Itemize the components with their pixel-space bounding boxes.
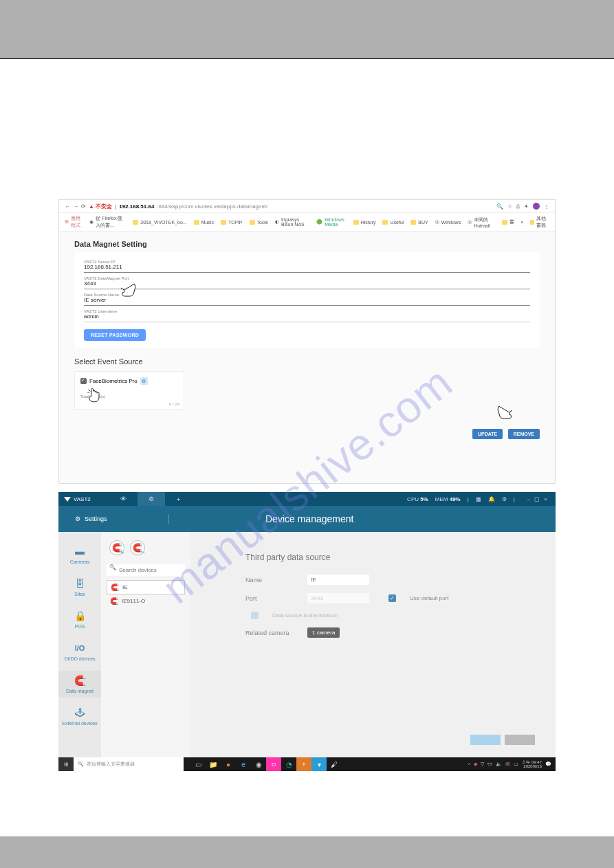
shield-icon[interactable]: 🛡 xyxy=(487,762,492,767)
source-checkbox[interactable] xyxy=(80,378,87,384)
add-tab[interactable]: ＋ xyxy=(165,492,193,506)
ie-icon[interactable]: e xyxy=(236,757,251,771)
url-host[interactable]: 192.168.51.64 xyxy=(119,203,154,210)
camera-pill[interactable]: 1 camera xyxy=(307,627,340,638)
nav-sites[interactable]: 🗄 Sites xyxy=(58,574,101,601)
bookmark-item[interactable]: ◐ Ingrasys Bison NAS xyxy=(275,217,309,227)
taskbar-search[interactable]: 🔍 在這裡輸入文字來搜尋 xyxy=(74,757,184,771)
explorer-icon[interactable]: 📁 xyxy=(206,757,221,771)
nav-label: External devices xyxy=(62,721,97,726)
taskbar-apps: ▭ 📁 ● e ◉ O ◔ T ▾ 🖌 xyxy=(190,757,342,771)
name-input[interactable] xyxy=(307,575,369,585)
avatar[interactable] xyxy=(533,203,540,210)
back-icon[interactable]: ← xyxy=(65,203,70,210)
bookmark-item[interactable]: BUY xyxy=(410,220,428,225)
default-port-checkbox[interactable]: ✓ xyxy=(388,594,396,602)
maximize-icon[interactable]: ▢ xyxy=(534,496,540,502)
settings-label[interactable]: Settings xyxy=(85,515,107,522)
url-path[interactable]: :8443/app/com.vivotek.vastapps.datamagne… xyxy=(157,203,267,210)
outlook-icon[interactable]: O xyxy=(266,757,281,771)
search-icon: 🔍 xyxy=(78,761,84,767)
apply-button[interactable] xyxy=(470,735,501,745)
firefox-icon[interactable]: ● xyxy=(221,757,236,771)
field-username[interactable]: VAST2 Username admin xyxy=(84,307,530,322)
clock[interactable]: 上午 09:47 2020/9/16 xyxy=(522,760,542,768)
nav-data-magnet[interactable]: 🧲 Data magnet xyxy=(58,671,101,698)
start-button[interactable]: ⊞ xyxy=(58,757,74,771)
input-icon[interactable]: ▭ xyxy=(514,761,518,767)
grid-icon[interactable]: ▦ xyxy=(476,496,481,502)
chevron-up-icon[interactable]: ^ xyxy=(468,762,470,767)
reload-icon[interactable]: ⟳ xyxy=(81,203,86,210)
event-source-card[interactable]: FaceBiometrics Pro ⚙ Total 1 rule(s) 0 /… xyxy=(74,371,184,410)
cancel-button[interactable] xyxy=(505,735,535,745)
remove-button[interactable]: REMOVE xyxy=(508,429,540,439)
device-item[interactable]: 🧲 IE9111-O xyxy=(107,594,185,608)
add-device-button[interactable]: 🧲+ xyxy=(109,540,124,555)
close-icon[interactable]: × xyxy=(544,496,547,502)
bookmark-item[interactable]: ◎ Windows xyxy=(435,219,461,225)
field-data-source-name[interactable]: Data Source Name IE server xyxy=(84,291,530,306)
bookmark-item[interactable]: Tools xyxy=(250,220,268,225)
page-top-band xyxy=(0,0,614,58)
teams-icon[interactable]: T xyxy=(296,757,311,771)
apps-grid-icon[interactable]: ⊞ 應用程式 xyxy=(65,215,83,229)
app-icon[interactable]: 🖌 xyxy=(327,757,342,771)
nav-pos[interactable]: 🔒 POS xyxy=(58,606,101,633)
auth-checkbox[interactable] xyxy=(251,612,259,619)
spacer xyxy=(0,59,614,199)
gear-icon[interactable]: ⚙ xyxy=(140,377,148,385)
pointing-hand-icon xyxy=(496,402,516,423)
bookmark-item[interactable]: Music xyxy=(194,220,214,225)
volume-icon[interactable]: 🔈 xyxy=(496,761,502,767)
reset-password-button[interactable]: RESET PASSWORD xyxy=(84,329,146,341)
bookmark-item[interactable]: 書 xyxy=(502,219,514,225)
notifications-icon[interactable]: 💬 xyxy=(545,761,551,767)
settings-card: VAST2 Server IP 192.168.51.211 VAST2 Dat… xyxy=(74,252,540,348)
nav-cameras[interactable]: ▬ Cameras xyxy=(58,542,101,568)
bookmark-item[interactable]: Useful xyxy=(382,220,404,225)
eye-tab[interactable]: 👁 xyxy=(110,492,138,506)
field-server-ip[interactable]: VAST2 Server IP 192.168.51.211 xyxy=(84,258,530,273)
tray-icon[interactable]: ◆ xyxy=(474,761,477,767)
window-tabs: 👁 ⚙ ＋ xyxy=(110,492,193,506)
bookmark-item[interactable]: 其他書籤 xyxy=(530,215,549,229)
gear-icon[interactable]: ⚙ xyxy=(502,496,507,502)
bookmark-item[interactable]: ◎ 未閱的 Hotmail xyxy=(468,216,494,228)
port-input[interactable] xyxy=(307,593,369,603)
search-input[interactable] xyxy=(107,564,185,576)
security-warning[interactable]: ▲ 不安全 xyxy=(89,203,112,210)
task-view-icon[interactable]: ▭ xyxy=(190,757,206,771)
field-port[interactable]: VAST2 DataMagnet Port 3443 xyxy=(84,274,530,289)
forward-icon[interactable]: → xyxy=(73,203,78,210)
ime-icon[interactable]: ㊥ xyxy=(505,761,510,768)
panel-title: Third party data source xyxy=(245,553,501,562)
bookmark-item[interactable]: 🟢 Windows Media xyxy=(316,217,346,227)
vast-icon[interactable]: ▾ xyxy=(311,757,327,771)
update-button[interactable]: UPDATE xyxy=(472,429,503,439)
bookmark-item[interactable]: TCPIP xyxy=(221,220,243,225)
bookmark-item[interactable]: 2018_VIVOTEK_bo... xyxy=(133,220,186,225)
bookmark-overflow[interactable]: » xyxy=(521,220,524,225)
window-titlebar: VAST2 👁 ⚙ ＋ CPU 5% MEM 49% | ▦ 🔔 ⚙ | – ▢… xyxy=(58,492,556,506)
bell-icon[interactable]: 🔔 xyxy=(488,496,495,502)
printer-icon[interactable]: ⎙ xyxy=(516,203,520,210)
chrome-icon[interactable]: ◉ xyxy=(251,757,266,771)
star-icon[interactable]: ☆ xyxy=(507,203,512,210)
extensions-icon[interactable]: ✦ xyxy=(524,203,529,210)
minimize-icon[interactable]: – xyxy=(527,496,530,502)
nav-io[interactable]: I/O DI/DO devices xyxy=(58,638,101,665)
search-icon[interactable]: 🔍 xyxy=(496,203,503,210)
data-magnet-page: Data Magnet Setting VAST2 Server IP 192.… xyxy=(59,232,555,483)
app-logo[interactable]: VAST2 xyxy=(58,496,96,502)
settings-tab[interactable]: ⚙ xyxy=(138,492,165,506)
remove-device-button[interactable]: 🧲− xyxy=(130,540,145,555)
edge-icon[interactable]: ◔ xyxy=(281,757,296,771)
kebab-icon[interactable]: ⋮ xyxy=(544,203,549,210)
default-port-label: Use default port xyxy=(410,595,448,601)
wifi-icon[interactable]: ▽ xyxy=(481,761,484,767)
bookmark-item[interactable]: History xyxy=(353,220,376,225)
device-item[interactable]: 🧲 IE xyxy=(107,580,185,594)
nav-external[interactable]: 🕹 External devices xyxy=(58,703,101,730)
bookmark-item[interactable]: ◉ 從 Firefox 匯入的書... xyxy=(89,215,126,229)
